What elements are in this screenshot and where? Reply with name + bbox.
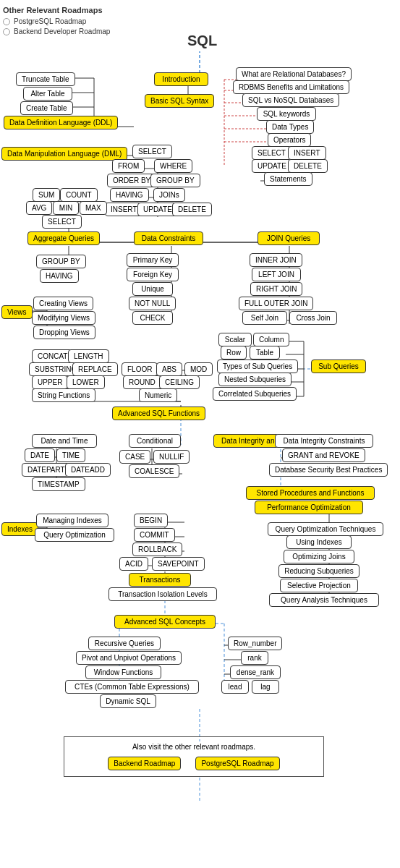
- transactions-node[interactable]: Transactions: [129, 573, 191, 587]
- right-join-node[interactable]: RIGHT JOIN: [250, 282, 302, 296]
- update-btn-node[interactable]: UPDATE: [252, 159, 292, 173]
- from-node[interactable]: FROM: [112, 159, 145, 173]
- conditional-node[interactable]: Conditional: [129, 434, 181, 448]
- sub-queries-node[interactable]: Sub Queries: [311, 359, 366, 373]
- dropping-views-node[interactable]: Dropping Views: [33, 326, 95, 339]
- string-functions-node[interactable]: String Functions: [32, 388, 95, 402]
- lead-node[interactable]: lead: [221, 680, 249, 694]
- savepoint-node[interactable]: SAVEPOINT: [152, 557, 205, 571]
- upper-node[interactable]: UPPER: [32, 375, 68, 389]
- query-opt-techniques-node[interactable]: Query Optimization Techniques: [268, 522, 383, 536]
- date-node[interactable]: DATE: [25, 448, 55, 462]
- commit-node[interactable]: COMMIT: [134, 528, 175, 542]
- reducing-subqueries-node[interactable]: Reducing Subqueries: [278, 564, 359, 578]
- having-agg-node[interactable]: HAVING: [40, 269, 79, 283]
- data-integrity-constraints-node[interactable]: Data Integrity Constraints: [275, 434, 373, 448]
- dynamic-sql-node[interactable]: Dynamic SQL: [100, 694, 156, 708]
- operators-node[interactable]: Operators: [268, 133, 311, 147]
- statements-node[interactable]: Statements: [264, 172, 312, 186]
- sum-node[interactable]: SUM: [33, 188, 60, 202]
- aggregate-queries-node[interactable]: Aggregate Queries: [27, 231, 100, 245]
- join-queries-node[interactable]: JOIN Queries: [258, 231, 320, 245]
- advanced-sql-functions-node[interactable]: Advanced SQL Functions: [112, 407, 205, 420]
- db-security-best-practices-node[interactable]: Database Security Best Practices: [269, 463, 388, 477]
- alter-table-node[interactable]: Alter Table: [23, 87, 72, 101]
- date-and-time-node[interactable]: Date and Time: [32, 434, 97, 448]
- delete-btn-node[interactable]: DELETE: [288, 159, 328, 173]
- creating-views-node[interactable]: Creating Views: [33, 297, 93, 310]
- rdbms-benefits-node[interactable]: RDBMS Benefits and Limitations: [233, 80, 349, 94]
- group-by-node[interactable]: GROUP BY: [150, 174, 200, 187]
- managing-indexes-node[interactable]: Managing Indexes: [36, 514, 108, 527]
- min-node[interactable]: MIN: [53, 201, 79, 215]
- create-table-node[interactable]: Create Table: [20, 101, 73, 115]
- types-of-subqueries-node[interactable]: Types of Sub Queries: [217, 359, 298, 373]
- nullif-node[interactable]: NULLIF: [153, 450, 190, 464]
- not-null-node[interactable]: NOT NULL: [129, 297, 176, 310]
- where-node[interactable]: WHERE: [154, 159, 192, 173]
- advanced-sql-concepts-node[interactable]: Advanced SQL Concepts: [114, 615, 216, 629]
- insert-btn-node[interactable]: INSERT: [288, 146, 326, 160]
- group-by-agg-node[interactable]: GROUP BY: [36, 255, 86, 268]
- pivot-unpivot-node[interactable]: Pivot and Unpivot Operations: [76, 651, 182, 665]
- datepart-node[interactable]: DATEPART: [22, 463, 71, 477]
- primary-key-node[interactable]: Primary Key: [127, 253, 179, 267]
- modifying-views-node[interactable]: Modifying Views: [32, 311, 95, 325]
- stored-procedures-node[interactable]: Stored Procedures and Functions: [246, 486, 375, 500]
- having-node[interactable]: HAVING: [110, 188, 149, 202]
- round-node[interactable]: ROUND: [123, 375, 161, 389]
- query-optimization-node[interactable]: Query Optimization: [35, 528, 114, 542]
- ceiling-node[interactable]: CEILING: [159, 375, 200, 389]
- self-join-node[interactable]: Self Join: [242, 311, 287, 325]
- avg-node[interactable]: AVG: [26, 201, 52, 215]
- timestamp-node[interactable]: TIMESTAMP: [32, 477, 85, 491]
- concat-node[interactable]: CONCAT: [32, 349, 73, 363]
- selective-projection-node[interactable]: Selective Projection: [280, 579, 358, 592]
- delete-clause-node[interactable]: DELETE: [172, 203, 212, 216]
- select-agg-node[interactable]: SELECT: [42, 215, 82, 229]
- length-node[interactable]: LENGTH: [68, 349, 109, 363]
- data-constraints-node[interactable]: Data Constraints: [134, 231, 203, 245]
- select-btn-node[interactable]: SELECT: [252, 146, 292, 160]
- ddl-node[interactable]: Data Definition Language (DDL): [4, 116, 118, 129]
- full-outer-join-node[interactable]: FULL OUTER JOIN: [239, 297, 313, 310]
- dateadd-node[interactable]: DATEADD: [65, 463, 111, 477]
- introduction-node[interactable]: Introduction: [154, 72, 208, 86]
- optimizing-joins-node[interactable]: Optimizing Joins: [284, 550, 354, 563]
- sql-keywords-node[interactable]: SQL keywords: [257, 107, 316, 121]
- count-node[interactable]: COUNT: [60, 188, 98, 202]
- time-node[interactable]: TIME: [56, 448, 85, 462]
- window-functions-node[interactable]: Window Functions: [85, 665, 161, 679]
- abs-node[interactable]: ABS: [156, 362, 182, 376]
- correlated-subqueries-node[interactable]: Correlated Subqueries: [213, 387, 297, 401]
- case-node[interactable]: CASE: [119, 450, 150, 464]
- coalesce-node[interactable]: COALESCE: [129, 464, 179, 478]
- left-join-node[interactable]: LEFT JOIN: [252, 268, 301, 281]
- joins-node[interactable]: JOINs: [153, 188, 185, 202]
- views-node[interactable]: Views: [1, 305, 33, 319]
- transaction-isolation-levels-node[interactable]: Transaction Isolation Levels: [108, 587, 217, 601]
- lag-node[interactable]: lag: [252, 680, 279, 694]
- performance-optimization-node[interactable]: Performance Optimization: [255, 501, 363, 514]
- acid-node[interactable]: ACID: [119, 557, 148, 571]
- what-are-rel-db-node[interactable]: What are Relational Databases?: [236, 67, 352, 81]
- replace-node[interactable]: REPLACE: [72, 362, 118, 376]
- dml-node[interactable]: Data Manipulation Language (DML): [1, 147, 127, 161]
- backend-roadmap-btn[interactable]: Backend Roadmap: [108, 757, 181, 770]
- row-number-node[interactable]: Row_number: [228, 637, 282, 650]
- select-clause-node[interactable]: SELECT: [132, 145, 172, 158]
- dense-rank-node[interactable]: dense_rank: [230, 665, 281, 679]
- rank-node[interactable]: rank: [241, 651, 268, 665]
- sql-vs-nosql-node[interactable]: SQL vs NoSQL Databases: [242, 93, 339, 107]
- unique-node[interactable]: Unique: [132, 282, 173, 296]
- grant-revoke-node[interactable]: GRANT and REVOKE: [282, 448, 365, 462]
- inner-join-node[interactable]: INNER JOIN: [250, 253, 302, 267]
- floor-node[interactable]: FLOOR: [122, 362, 158, 376]
- recursive-queries-node[interactable]: Recursive Queries: [88, 637, 161, 650]
- basic-sql-syntax-node[interactable]: Basic SQL Syntax: [145, 94, 214, 108]
- row-node[interactable]: Row: [221, 346, 247, 359]
- begin-node[interactable]: BEGIN: [134, 514, 168, 527]
- foreign-key-node[interactable]: Foreign Key: [127, 268, 179, 281]
- indexes-node[interactable]: Indexes: [1, 522, 38, 536]
- rollback-node[interactable]: ROLLBACK: [132, 542, 182, 556]
